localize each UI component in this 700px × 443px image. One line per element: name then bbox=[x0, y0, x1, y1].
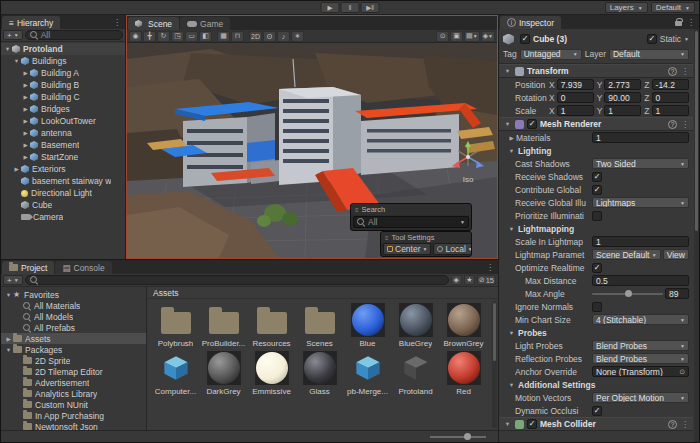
scale-x-field[interactable]: 1 bbox=[557, 105, 594, 116]
max-distance-field[interactable]: 0.5 bbox=[592, 275, 689, 286]
scene-viewport[interactable]: Iso ≡Search All▼ ≡Tool Settings Center▼ bbox=[127, 43, 497, 258]
lightmapping-foldout[interactable]: ▼Lightmapping bbox=[499, 222, 693, 235]
mesh-renderer-component-header[interactable]: ▼ ✓ Mesh Renderer ?⋮ bbox=[499, 117, 693, 131]
search-by-label-icon[interactable]: ★ bbox=[464, 275, 475, 285]
foldout-open-icon[interactable]: ▼ bbox=[4, 347, 13, 353]
scene-effects-icon[interactable]: ∗ bbox=[291, 31, 304, 42]
asset-material[interactable]: DarkGrey bbox=[201, 350, 246, 396]
scrollbar-thumb[interactable] bbox=[695, 31, 698, 231]
view-tool-icon[interactable]: ◉ bbox=[129, 31, 142, 42]
tab-game[interactable]: Game bbox=[180, 17, 230, 30]
component-menu-icon[interactable]: ⋮ bbox=[681, 67, 689, 76]
position-z-field[interactable]: -14.2 bbox=[652, 79, 689, 90]
cast-shadows-dropdown[interactable]: Two Sided▼ bbox=[592, 158, 689, 169]
tree-item-package[interactable]: 2D Sprite bbox=[1, 355, 146, 366]
foldout-closed-icon[interactable]: ▶ bbox=[507, 135, 516, 141]
component-menu-icon[interactable]: ⋮ bbox=[681, 420, 689, 429]
foldout-open-icon[interactable]: ▼ bbox=[12, 58, 21, 64]
min-chart-size-dropdown[interactable]: 4 (Stitchable)▼ bbox=[592, 314, 689, 325]
hierarchy-item[interactable]: Directional Light bbox=[1, 187, 125, 199]
tree-item-package[interactable]: Newtonsoft Json bbox=[1, 421, 146, 430]
foldout-closed-icon[interactable]: ▶ bbox=[21, 94, 30, 100]
tag-dropdown[interactable]: Untagged▼ bbox=[520, 49, 582, 60]
gizmos-dropdown[interactable]: ◈▼ bbox=[481, 31, 495, 42]
breadcrumb[interactable]: Assets bbox=[147, 287, 498, 299]
asset-scene[interactable]: Protoland bbox=[393, 350, 438, 396]
thumbnail-size-slider[interactable] bbox=[430, 432, 486, 442]
orientation-mode-dropdown[interactable]: Local▼ bbox=[433, 243, 472, 255]
orientation-gizmo[interactable]: Iso bbox=[447, 139, 489, 184]
asset-material[interactable]: BlueGrey bbox=[393, 302, 438, 348]
drag-handle-icon[interactable]: ≡ bbox=[355, 207, 359, 213]
max-angle-slider[interactable] bbox=[592, 288, 663, 299]
asset-mesh[interactable]: pb-Merge... bbox=[345, 350, 390, 396]
toggle-2d-button[interactable]: 2D bbox=[249, 31, 262, 42]
add-asset-button[interactable]: +▼ bbox=[3, 275, 23, 285]
rotate-tool-icon[interactable]: ↻ bbox=[157, 31, 170, 42]
foldout-closed-icon[interactable]: ▶ bbox=[21, 82, 30, 88]
prioritize-illumination-checkbox[interactable] bbox=[592, 211, 602, 221]
scrollbar-thumb[interactable] bbox=[493, 303, 496, 361]
ignore-normals-checkbox[interactable] bbox=[592, 302, 602, 312]
mesh-collider-component-header[interactable]: ▼ ✓ Mesh Collider ?⋮ bbox=[499, 417, 693, 431]
tree-item-packages-root[interactable]: ▼Packages bbox=[1, 344, 146, 355]
panel-menu-icon[interactable]: ⋮ bbox=[109, 18, 125, 27]
materials-count-field[interactable]: 1 bbox=[592, 132, 689, 143]
motion-vectors-dropdown[interactable]: Per Object Motion▼ bbox=[592, 392, 689, 403]
scale-y-field[interactable]: 1 bbox=[604, 105, 641, 116]
asset-folder[interactable]: Polybrush bbox=[153, 302, 198, 348]
grid-snap-icon[interactable]: ▦ bbox=[217, 31, 230, 42]
tree-item-package[interactable]: 2D Tilemap Editor bbox=[1, 366, 146, 377]
help-icon[interactable]: ? bbox=[668, 120, 677, 129]
component-enabled-checkbox[interactable]: ✓ bbox=[527, 119, 537, 129]
move-tool-icon[interactable]: ╋ bbox=[143, 31, 156, 42]
object-picker-icon[interactable]: ⊙ bbox=[679, 368, 685, 376]
tab-scene[interactable]: Scene bbox=[128, 17, 179, 30]
step-button[interactable]: ▶‖ bbox=[361, 2, 380, 13]
foldout-closed-icon[interactable]: ▶ bbox=[21, 106, 30, 112]
search-by-type-icon[interactable]: ◈ bbox=[451, 275, 462, 285]
lighting-foldout[interactable]: ▼Lighting bbox=[499, 144, 693, 157]
add-object-button[interactable]: +▼ bbox=[3, 30, 23, 40]
component-enabled-checkbox[interactable]: ✓ bbox=[527, 419, 537, 429]
slider-thumb[interactable] bbox=[464, 433, 471, 440]
hierarchy-item[interactable]: ▶Building C bbox=[1, 91, 125, 103]
tree-item-package[interactable]: Custom NUnit bbox=[1, 399, 146, 410]
lightmap-parameters-dropdown[interactable]: Scene Default Par▼ bbox=[592, 249, 661, 260]
reflection-probes-dropdown[interactable]: Blend Probes▼ bbox=[592, 353, 689, 364]
tree-item-package[interactable]: Advertisement bbox=[1, 377, 146, 388]
hierarchy-item[interactable]: ▶Building A bbox=[1, 67, 125, 79]
tree-item-search[interactable]: All Models bbox=[1, 311, 146, 322]
project-search-input[interactable] bbox=[25, 275, 449, 285]
hierarchy-item[interactable]: basement stairway w bbox=[1, 175, 125, 187]
pivot-mode-dropdown[interactable]: Center▼ bbox=[383, 243, 431, 255]
grid-options-dropdown[interactable]: ▤▼ bbox=[464, 31, 480, 42]
foldout-closed-icon[interactable]: ▶ bbox=[21, 130, 30, 136]
tree-item-package[interactable]: In App Purchasing bbox=[1, 410, 146, 421]
foldout-open-icon[interactable]: ▼ bbox=[503, 68, 512, 74]
foldout-closed-icon[interactable]: ▶ bbox=[12, 166, 21, 172]
panel-menu-icon[interactable]: ⋮ bbox=[482, 263, 498, 272]
transform-tool-icon[interactable]: ◧ bbox=[199, 31, 212, 42]
panel-menu-icon[interactable]: ⋮ bbox=[687, 18, 695, 27]
search-overlay-title[interactable]: ≡Search bbox=[351, 204, 471, 215]
optimize-realtime-checkbox[interactable]: ✓ bbox=[592, 263, 602, 273]
foldout-open-icon[interactable]: ▼ bbox=[4, 292, 13, 298]
lock-icon[interactable] bbox=[675, 21, 682, 26]
scene-visibility-icon[interactable]: ⊙ bbox=[436, 31, 449, 42]
additional-settings-foldout[interactable]: ▼Additional Settings bbox=[499, 378, 693, 391]
hierarchy-item-scene[interactable]: ▼Protoland bbox=[1, 43, 125, 55]
receive-gi-dropdown[interactable]: Lightmaps▼ bbox=[592, 197, 689, 208]
light-probes-dropdown[interactable]: Blend Probes▼ bbox=[592, 340, 689, 351]
asset-mesh[interactable]: Computer... bbox=[153, 350, 198, 396]
foldout-open-icon[interactable]: ▼ bbox=[503, 421, 512, 427]
inspector-scrollbar[interactable] bbox=[694, 29, 699, 442]
hierarchy-item[interactable]: Cube bbox=[1, 199, 125, 211]
hierarchy-item[interactable]: ▶StartZone bbox=[1, 151, 125, 163]
anchor-override-object-field[interactable]: None (Transform)⊙ bbox=[592, 366, 689, 377]
scene-camera-icon[interactable]: ▣ bbox=[450, 31, 463, 42]
hierarchy-item[interactable]: ▼Buildings bbox=[1, 55, 125, 67]
pause-button[interactable]: ‖ bbox=[341, 2, 360, 13]
scale-z-field[interactable]: 1 bbox=[652, 105, 689, 116]
hierarchy-search-input[interactable]: All bbox=[25, 30, 123, 40]
